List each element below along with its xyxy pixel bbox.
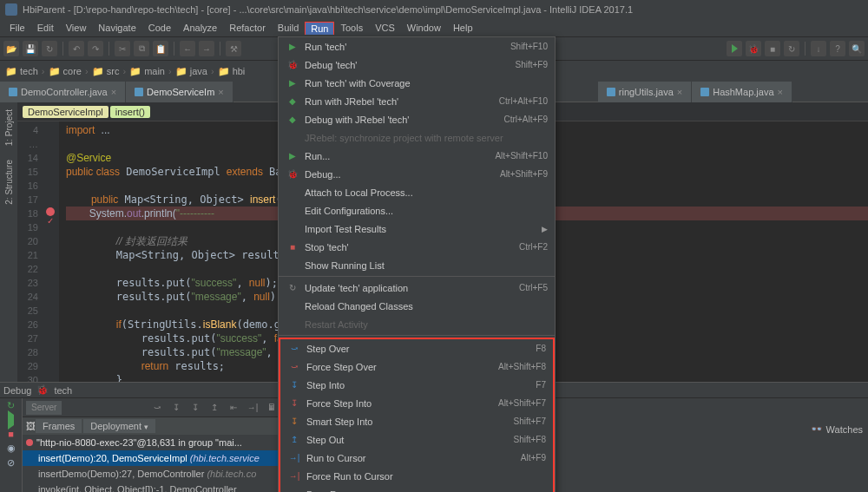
redo-icon[interactable]: ↷ <box>88 41 103 56</box>
step-over-icon[interactable]: ⤻ <box>150 401 164 415</box>
stop-debug-icon[interactable]: ■ <box>8 429 14 439</box>
build-icon[interactable]: ⚒ <box>226 41 241 56</box>
menu-item-stop[interactable]: ■Stop 'tech'Ctrl+F2 <box>279 238 555 256</box>
menu-item-run[interactable]: ▶Run...Alt+Shift+F10 <box>279 147 555 165</box>
frame-row[interactable]: insertDemo(Demo):27, DemoController (hbi… <box>23 466 282 482</box>
file-icon <box>9 88 17 96</box>
menu-item-debug-jrebel[interactable]: ◆Debug with JRebel 'tech'Ctrl+Alt+F9 <box>279 110 555 128</box>
running-list-icon <box>286 259 299 272</box>
refresh-icon[interactable]: ↻ <box>42 41 57 56</box>
titlebar: HbiParent - [D:\repo-hand\repo-tech\tech… <box>0 0 868 19</box>
menu-item-run-to-cursor[interactable]: →|Run to CursorAlt+F9 <box>280 449 553 467</box>
help-icon[interactable]: ? <box>830 41 845 56</box>
menu-item-running-list[interactable]: Show Running List <box>279 256 555 274</box>
cut-icon[interactable]: ✂ <box>115 41 130 56</box>
menu-item-attach[interactable]: Attach to Local Process... <box>279 183 555 201</box>
menu-analyze[interactable]: Analyze <box>177 21 223 35</box>
menu-item-force-run-to-cursor[interactable]: →|Force Run to Cursor <box>280 467 553 485</box>
menu-code[interactable]: Code <box>142 21 177 35</box>
breakpoint-icon[interactable] <box>46 207 55 216</box>
menu-item-run-coverage[interactable]: ▶Run 'tech' with Coverage <box>279 74 555 92</box>
stop-icon[interactable]: ■ <box>765 41 780 56</box>
save-icon[interactable]: 💾 <box>23 41 38 56</box>
tab-ringUtils.java[interactable]: ringUtils.java× <box>598 82 692 102</box>
menu-item-smart-step-into[interactable]: ↧Smart Step IntoShift+F7 <box>280 412 553 430</box>
run-icon[interactable] <box>727 41 742 56</box>
menu-item-drop-frame[interactable]: ⇤Drop Frame <box>280 485 553 492</box>
menu-item-update-app[interactable]: ↻Update 'tech' applicationCtrl+F5 <box>279 279 555 297</box>
menu-refactor[interactable]: Refactor <box>223 21 272 35</box>
menu-item-step-over[interactable]: ⤻Step OverF8 <box>280 339 553 358</box>
menu-edit[interactable]: Edit <box>31 21 60 35</box>
run-cursor-icon[interactable]: →| <box>246 401 260 415</box>
frames-tab[interactable]: Frames <box>36 419 82 433</box>
close-icon[interactable]: × <box>111 87 116 97</box>
menu-navigate[interactable]: Navigate <box>92 21 141 35</box>
watches-tab[interactable]: 👓 Watches <box>811 423 863 435</box>
project-tool[interactable]: 1: Project <box>4 106 14 149</box>
back-icon[interactable]: ← <box>180 41 195 56</box>
drop-frame-icon[interactable]: ⇤ <box>227 401 240 415</box>
menu-item-edit-config[interactable]: Edit Configurations... <box>279 201 555 220</box>
debug-jrebel-icon: ◆ <box>286 114 299 126</box>
menu-help[interactable]: Help <box>447 21 479 35</box>
fwd-icon[interactable]: → <box>199 41 214 56</box>
paste-icon[interactable]: 📋 <box>153 41 168 56</box>
menu-item-run-tech[interactable]: ▶Run 'tech'Shift+F10 <box>279 37 555 56</box>
menu-file[interactable]: File <box>3 21 31 35</box>
step-out-icon[interactable]: ↥ <box>207 401 221 415</box>
force-step-icon[interactable]: ↧ <box>188 401 202 415</box>
update-icon[interactable]: ↻ <box>784 41 799 56</box>
breakpoint-mark[interactable]: ✓ <box>42 216 59 226</box>
menu-tools[interactable]: Tools <box>334 21 369 35</box>
menu-run[interactable]: Run <box>305 22 334 35</box>
menu-item-run-jrebel[interactable]: ◆Run with JRebel 'tech'Ctrl+Alt+F10 <box>279 92 555 110</box>
debug-icon[interactable]: 🐞 <box>746 41 761 56</box>
close-icon[interactable]: × <box>677 87 682 97</box>
close-icon[interactable]: × <box>778 87 783 97</box>
menu-item-force-step-over[interactable]: ⤻Force Step OverAlt+Shift+F8 <box>280 358 553 376</box>
menu-item-step-into[interactable]: ↧Step IntoF7 <box>280 376 553 394</box>
resume-icon[interactable] <box>8 415 14 425</box>
open-icon[interactable]: 📂 <box>3 41 19 56</box>
tab-DemoController.java[interactable]: DemoController.java× <box>0 82 126 102</box>
close-icon[interactable]: × <box>218 87 223 97</box>
server-tab[interactable]: Server <box>26 401 62 415</box>
menu-window[interactable]: Window <box>401 21 447 35</box>
breadcrumb-class[interactable]: DemoServiceImpl <box>23 106 108 118</box>
menu-item-debug-tech[interactable]: 🐞Debug 'tech'Shift+F9 <box>279 56 555 74</box>
menubar[interactable]: FileEditViewNavigateCodeAnalyzeRefactorB… <box>0 19 868 36</box>
frame-row[interactable]: insert(Demo):20, DemoServiceImpl (hbi.te… <box>23 450 282 466</box>
menu-build[interactable]: Build <box>272 21 305 35</box>
nav-core[interactable]: 📁 core <box>49 66 82 77</box>
vcs-icon[interactable]: ↓ <box>811 41 826 56</box>
smart-step-into-icon: ↧ <box>287 416 301 428</box>
tab-HashMap.java[interactable]: HashMap.java× <box>692 82 792 102</box>
breadcrumb-method[interactable]: insert() <box>110 106 150 118</box>
deploy-tab[interactable]: Deployment ▾ <box>83 419 155 433</box>
menu-item-import-tests[interactable]: Import Test Results▶ <box>279 220 555 238</box>
gutter[interactable]: ✓ <box>42 121 59 382</box>
copy-icon[interactable]: ⧉ <box>134 41 149 56</box>
menu-item-reload[interactable]: Reload Changed Classes <box>279 297 555 315</box>
mute-bp-icon[interactable]: ⊘ <box>7 457 15 469</box>
search-icon[interactable]: 🔍 <box>849 41 865 56</box>
thread-row[interactable]: "http-nio-8080-exec-23"@18,631 in group … <box>23 435 282 450</box>
eval-icon[interactable]: 🖩 <box>265 401 279 415</box>
view-bp-icon[interactable]: ◉ <box>7 443 16 454</box>
menu-vcs[interactable]: VCS <box>369 21 401 35</box>
tab-DemoServiceIm[interactable]: DemoServiceIm× <box>126 82 233 102</box>
nav-main[interactable]: 📁 main <box>129 66 165 77</box>
menu-view[interactable]: View <box>60 21 93 35</box>
menu-item-debug[interactable]: 🐞Debug...Alt+Shift+F9 <box>279 165 555 183</box>
nav-java[interactable]: 📁 java <box>175 66 207 77</box>
nav-tech[interactable]: 📁 tech <box>5 66 38 77</box>
nav-hbi[interactable]: 📁 hbi <box>218 66 246 77</box>
structure-tool[interactable]: 2: Structure <box>4 156 14 208</box>
nav-src[interactable]: 📁 src <box>92 66 120 77</box>
step-into-icon[interactable]: ↧ <box>169 401 183 415</box>
menu-item-step-out[interactable]: ↥Step OutShift+F8 <box>280 430 553 449</box>
undo-icon[interactable]: ↶ <box>69 41 84 56</box>
frame-row[interactable]: invoke(int, Object, Object[]):-1, DemoCo… <box>23 482 282 492</box>
menu-item-force-step-into[interactable]: ↧Force Step IntoAlt+Shift+F7 <box>280 394 553 412</box>
